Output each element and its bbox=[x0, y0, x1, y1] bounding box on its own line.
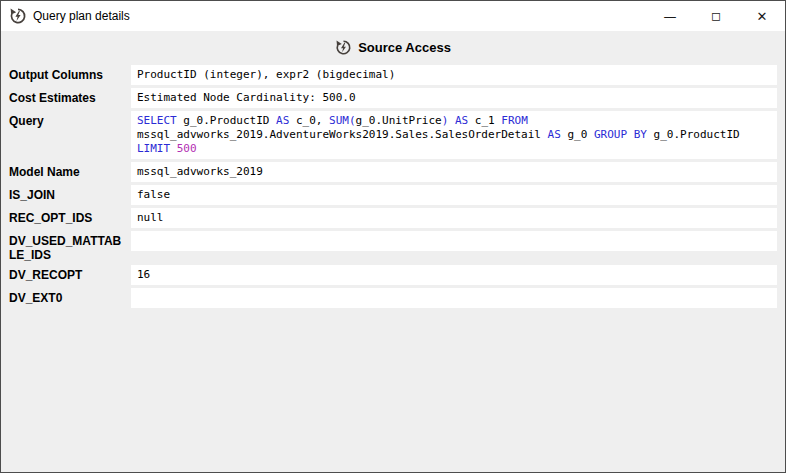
query-value[interactable]: SELECT g_0.ProductID AS c_0, SUM(g_0.Uni… bbox=[131, 111, 777, 159]
field-label: Model Name bbox=[9, 162, 131, 179]
close-button[interactable]: ✕ bbox=[739, 1, 785, 31]
row-rec-opt-ids: REC_OPT_IDS null bbox=[9, 208, 777, 228]
row-is-join: IS_JOIN false bbox=[9, 185, 777, 205]
minimize-button[interactable]: — bbox=[647, 1, 693, 31]
titlebar[interactable]: Query plan details — ◻ ✕ bbox=[1, 1, 785, 31]
node-header-title: Source Access bbox=[358, 40, 451, 55]
sql-token-keyword: AS bbox=[548, 128, 568, 141]
sql-token-keyword: GROUP BY bbox=[594, 128, 654, 141]
sql-line: LIMIT 500 bbox=[137, 142, 771, 156]
sql-token-plain: g_0 bbox=[567, 128, 594, 141]
row-dv-used-mattable-ids: DV_USED_MATTABLE_IDS bbox=[9, 231, 777, 262]
field-label: DV_RECOPT bbox=[9, 265, 131, 282]
row-dv-recopt: DV_RECOPT 16 bbox=[9, 265, 777, 285]
sql-token-number: 500 bbox=[177, 142, 197, 155]
query-plan-details-window: Query plan details — ◻ ✕ Source Access O… bbox=[0, 0, 786, 473]
source-access-icon bbox=[335, 39, 352, 56]
window-title: Query plan details bbox=[33, 9, 130, 23]
node-header: Source Access bbox=[1, 31, 785, 63]
is-join-value[interactable]: false bbox=[131, 185, 777, 205]
cost-estimates-value[interactable]: Estimated Node Cardinality: 500.0 bbox=[131, 88, 777, 108]
row-query: Query SELECT g_0.ProductID AS c_0, SUM(g… bbox=[9, 111, 777, 159]
refresh-bolt-icon bbox=[9, 7, 27, 25]
sql-token-keyword: SUM( bbox=[329, 114, 356, 127]
dv-ext0-value[interactable] bbox=[131, 288, 777, 308]
output-columns-value[interactable]: ProductID (integer), expr2 (bigdecimal) bbox=[131, 65, 777, 85]
detail-form: Output Columns ProductID (integer), expr… bbox=[1, 63, 785, 311]
model-name-value[interactable]: mssql_advworks_2019 bbox=[131, 162, 777, 182]
row-model-name: Model Name mssql_advworks_2019 bbox=[9, 162, 777, 182]
sql-token-keyword: SELECT bbox=[137, 114, 183, 127]
field-label: REC_OPT_IDS bbox=[9, 208, 131, 225]
field-label: DV_USED_MATTABLE_IDS bbox=[9, 231, 131, 262]
sql-token-plain: c_0, bbox=[296, 114, 329, 127]
field-label: IS_JOIN bbox=[9, 185, 131, 202]
row-output-columns: Output Columns ProductID (integer), expr… bbox=[9, 65, 777, 85]
sql-token-plain: mssql_advworks_2019.AdventureWorks2019.S… bbox=[137, 128, 548, 141]
field-label: Query bbox=[9, 111, 131, 128]
sql-token-plain: c_1 bbox=[475, 114, 502, 127]
row-cost-estimates: Cost Estimates Estimated Node Cardinalit… bbox=[9, 88, 777, 108]
sql-line: mssql_advworks_2019.AdventureWorks2019.S… bbox=[137, 128, 771, 142]
row-dv-ext0: DV_EXT0 bbox=[9, 288, 777, 308]
sql-token-plain: g_0.ProductID bbox=[183, 114, 276, 127]
dv-used-mattable-ids-value[interactable] bbox=[131, 231, 777, 251]
sql-token-keyword: ) AS bbox=[442, 114, 475, 127]
sql-line: SELECT g_0.ProductID AS c_0, SUM(g_0.Uni… bbox=[137, 114, 771, 128]
rec-opt-ids-value[interactable]: null bbox=[131, 208, 777, 228]
maximize-button[interactable]: ◻ bbox=[693, 1, 739, 31]
dv-recopt-value[interactable]: 16 bbox=[131, 265, 777, 285]
field-label: Cost Estimates bbox=[9, 88, 131, 105]
sql-token-keyword: FROM bbox=[501, 114, 528, 127]
sql-token-plain: g_0.UnitPrice bbox=[356, 114, 442, 127]
sql-token-plain: g_0.ProductID bbox=[654, 128, 740, 141]
field-label: DV_EXT0 bbox=[9, 288, 131, 305]
sql-token-keyword: LIMIT bbox=[137, 142, 177, 155]
sql-token-keyword: AS bbox=[276, 114, 296, 127]
field-label: Output Columns bbox=[9, 65, 131, 82]
window-controls: — ◻ ✕ bbox=[647, 1, 785, 31]
